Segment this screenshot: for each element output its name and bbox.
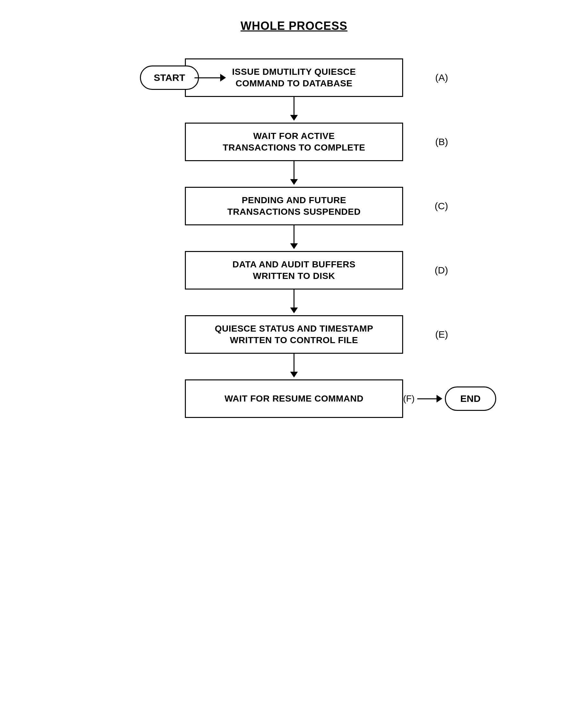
label-c: (C) (435, 201, 448, 212)
row-f: WAIT FOR RESUME COMMAND (F) END (101, 379, 487, 418)
flowchart: START ISSUE DMUTILITY QUIESCE COMMAND TO… (101, 58, 487, 418)
row-d: DATA AND AUDIT BUFFERS WRITTEN TO DISK (… (101, 251, 487, 289)
box-e: QUIESCE STATUS AND TIMESTAMP WRITTEN TO … (185, 315, 403, 354)
label-b: (B) (435, 136, 448, 147)
arrow-head (220, 74, 226, 82)
arrow-head-f (437, 395, 442, 402)
row-b: WAIT FOR ACTIVE TRANSACTIONS TO COMPLETE… (101, 123, 487, 161)
start-row: START ISSUE DMUTILITY QUIESCE COMMAND TO… (101, 58, 487, 97)
start-label: START (140, 66, 199, 90)
arrow-line-f (417, 398, 437, 399)
row-e: QUIESCE STATUS AND TIMESTAMP WRITTEN TO … (101, 315, 487, 354)
arrow-line (195, 77, 220, 78)
box-f: WAIT FOR RESUME COMMAND (185, 379, 403, 418)
label-f: (F) (403, 393, 415, 404)
row-c: PENDING AND FUTURE TRANSACTIONS SUSPENDE… (101, 187, 487, 225)
end-terminal: END (445, 386, 496, 411)
label-e: (E) (435, 329, 448, 340)
start-to-a-arrow (195, 74, 226, 82)
box-d: DATA AND AUDIT BUFFERS WRITTEN TO DISK (185, 251, 403, 289)
box-c: PENDING AND FUTURE TRANSACTIONS SUSPENDE… (185, 187, 403, 225)
label-a: (A) (435, 72, 448, 83)
f-horizontal-arrow (417, 395, 442, 402)
start-terminal: START (140, 66, 199, 90)
page-title: WHOLE PROCESS (240, 19, 347, 33)
horizontal-arrow (195, 74, 226, 82)
label-d: (D) (435, 265, 448, 276)
f-to-end: (F) END (403, 386, 496, 411)
box-b: WAIT FOR ACTIVE TRANSACTIONS TO COMPLETE (185, 123, 403, 161)
